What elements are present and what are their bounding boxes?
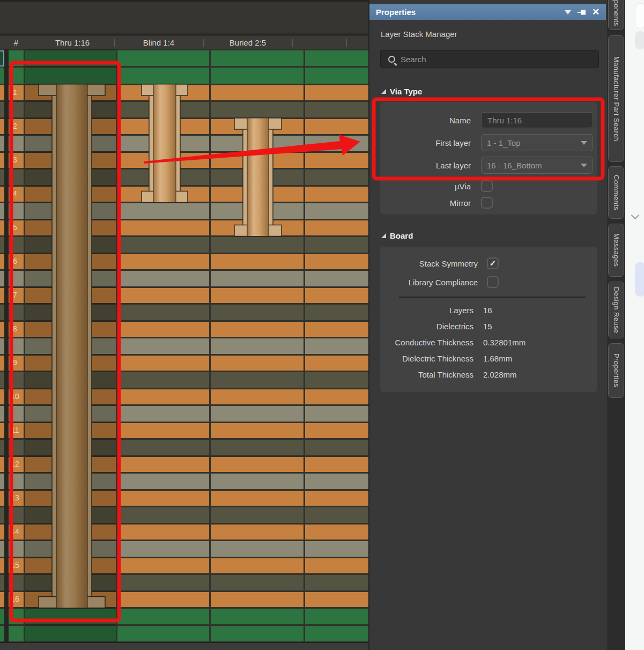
layer-number: 11: [5, 426, 25, 434]
via-buried-2-5[interactable]: [234, 118, 282, 237]
panel-close-button[interactable]: ✕: [589, 6, 603, 18]
via-blind-1-4[interactable]: [142, 84, 188, 203]
via-type-section: Name First layer 1 - 1_Top Last layer 16…: [380, 102, 597, 215]
tab-label: Design Reuse: [612, 287, 620, 333]
first-layer-select[interactable]: 1 - 1_Top: [481, 134, 593, 151]
layer-stack-manager-screen: #Thru 1:16Blind 1:4Buried 2:5 1234567891…: [0, 0, 644, 650]
layer-number: 3: [5, 156, 25, 164]
via-type-section-header[interactable]: Via Type: [381, 87, 422, 96]
layer-number: 4: [5, 189, 25, 198]
board-info-value: 15: [483, 322, 492, 331]
pin-icon: [577, 9, 587, 16]
first-layer-label: First layer: [380, 138, 471, 147]
via-type-section-title: Via Type: [390, 87, 422, 96]
board-info-label: Conductive Thickness: [380, 338, 473, 347]
search-icon: [388, 56, 395, 63]
layer-number: 5: [5, 223, 25, 232]
mirror-label: Mirror: [380, 198, 471, 208]
properties-panel: Properties ✕ Layer Stack Manager Via Typ…: [368, 0, 606, 650]
tab-label: Components: [612, 0, 620, 26]
layer-number: 16: [5, 595, 25, 603]
tab-components[interactable]: Components: [608, 0, 624, 30]
tab-label: Comments: [612, 175, 620, 210]
layer-number: 13: [5, 493, 25, 502]
stack-symmetry-label: Stack Symmetry: [380, 259, 478, 268]
library-compliance-checkbox[interactable]: [487, 276, 499, 288]
board-info-row: Total Thickness2.028mm: [380, 370, 597, 379]
board-info-label: Dielectric Thickness: [380, 354, 473, 363]
properties-titlebar: Properties ✕: [369, 4, 606, 20]
board-section-header[interactable]: Board: [381, 231, 413, 240]
board-info-value: 0.32801mm: [483, 338, 525, 347]
board-section: Stack Symmetry Library Compliance Layers…: [380, 247, 597, 392]
board-info-row: Conductive Thickness0.32801mm: [380, 338, 597, 347]
tab-comments[interactable]: Comments: [608, 166, 624, 219]
uvia-label: µVia: [380, 182, 471, 191]
tab-design-reuse[interactable]: Design Reuse: [608, 282, 624, 338]
tab-properties[interactable]: Properties: [608, 343, 624, 398]
layer-number: 9: [5, 358, 25, 367]
stack-bottom-bar: [0, 642, 368, 650]
board-info-row: Dielectric Thickness1.68mm: [380, 354, 597, 363]
layer-number: 12: [5, 460, 25, 468]
via-name-input[interactable]: [481, 112, 593, 128]
right-col-card: [635, 31, 644, 49]
chevron-down-icon: [631, 211, 640, 220]
tab-label: Manufacturer Part Search: [612, 56, 620, 141]
last-layer-value: 16 - 16_Bottom: [487, 161, 581, 170]
tab-messages[interactable]: Messages: [608, 224, 624, 277]
right-col-card: [635, 262, 644, 297]
tab-label: Properties: [612, 353, 620, 387]
panel-tab-strip: ComponentsManufacturer Part SearchCommen…: [606, 0, 625, 650]
tab-manufacturer-part-search[interactable]: Manufacturer Part Search: [608, 35, 624, 162]
board-info-label: Layers: [380, 306, 473, 315]
board-info-row: Dielectrics15: [380, 322, 597, 331]
layer-number: 1: [5, 88, 25, 97]
board-info-value: 2.028mm: [483, 370, 517, 379]
panel-title: Properties: [376, 8, 561, 17]
collapse-triangle-icon: [565, 10, 571, 14]
chevron-down-icon: [581, 141, 587, 145]
search-box[interactable]: [380, 50, 599, 68]
board-info-row: Layers16: [380, 306, 597, 315]
panel-subtitle: Layer Stack Manager: [381, 29, 457, 39]
last-layer-select[interactable]: 16 - 16_Bottom: [481, 157, 593, 174]
layer-number: 7: [5, 291, 25, 299]
last-layer-label: Last layer: [380, 161, 471, 170]
board-info-value: 1.68mm: [483, 354, 512, 363]
uvia-checkbox[interactable]: [481, 180, 493, 192]
right-edge-column: [625, 0, 644, 650]
close-icon: ✕: [592, 8, 599, 17]
board-section-title: Board: [390, 231, 413, 240]
mirror-checkbox[interactable]: [481, 197, 493, 209]
layer-number: 8: [5, 324, 25, 333]
chevron-down-icon: [581, 164, 587, 167]
first-layer-value: 1 - 1_Top: [487, 138, 581, 147]
section-divider: [399, 297, 586, 298]
selection-fragment: [0, 50, 4, 67]
layer-number: 14: [5, 527, 25, 536]
layer-number: 6: [5, 257, 25, 265]
tab-label: Messages: [612, 233, 620, 267]
library-compliance-label: Library Compliance: [380, 278, 478, 287]
layer-number: 2: [5, 122, 25, 130]
section-collapse-icon: [381, 233, 386, 238]
stack-symmetry-checkbox[interactable]: [487, 257, 499, 269]
board-info-label: Dielectrics: [380, 322, 473, 331]
selected-column-dim-overlay: [25, 49, 116, 642]
right-col-card: [635, 3, 644, 28]
layer-number: 10: [5, 392, 25, 401]
name-label: Name: [380, 116, 471, 125]
panel-pin-button[interactable]: [575, 6, 589, 18]
layer-number: 15: [5, 561, 25, 570]
board-info-value: 16: [483, 306, 492, 315]
stack-editor-canvas: #Thru 1:16Blind 1:4Buried 2:5 1234567891…: [0, 0, 368, 650]
section-collapse-icon: [381, 89, 386, 94]
search-input[interactable]: [401, 55, 578, 64]
panel-collapse-button[interactable]: [561, 6, 575, 18]
board-info-label: Total Thickness: [380, 370, 473, 379]
